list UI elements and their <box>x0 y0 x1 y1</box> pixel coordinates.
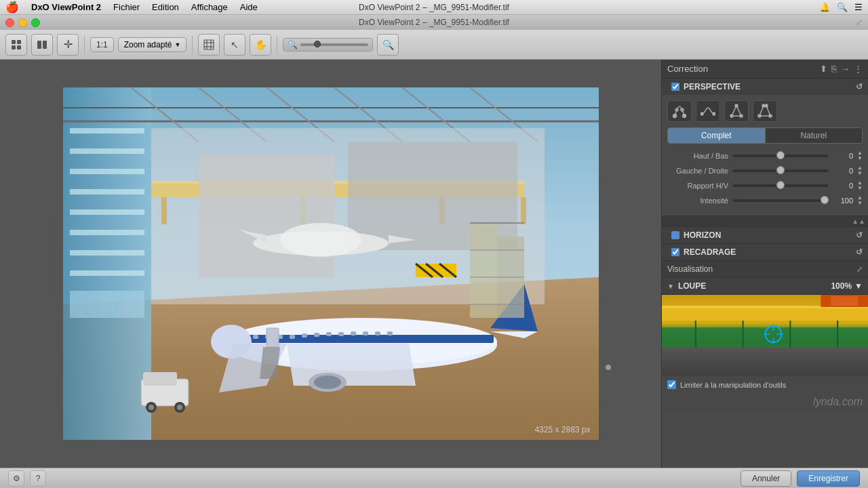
window-titlebar: DxO ViewPoint 2 – _MG_9951-Modifier.tif … <box>0 15 868 30</box>
svg-rect-3 <box>17 45 21 49</box>
menu-aide[interactable]: Aide <box>240 2 258 12</box>
toolbar-sep-1 <box>84 35 85 54</box>
svg-point-97 <box>758 115 761 117</box>
library-btn[interactable] <box>5 34 27 56</box>
minimize-button[interactable] <box>18 18 27 27</box>
maximize-button[interactable] <box>31 18 40 27</box>
horizon-header[interactable]: HORIZON ↺ <box>662 227 868 243</box>
svg-rect-76 <box>416 264 456 277</box>
select-btn[interactable]: ↖ <box>224 34 245 56</box>
zoom-slider-thumb[interactable] <box>314 41 321 47</box>
recadrage-section: RECADRAGE ↺ <box>662 244 868 261</box>
arrow-right-icon[interactable]: → <box>841 64 850 74</box>
gauche-droite-arrows[interactable]: ▲▼ <box>857 165 863 176</box>
help-button[interactable]: ? <box>30 470 46 487</box>
svg-point-53 <box>314 375 341 389</box>
haut-bas-arrows[interactable]: ▲▼ <box>857 150 863 161</box>
svg-point-41 <box>280 223 361 257</box>
photo-container: finncomm VP-BPN <box>63 87 599 440</box>
rapport-hv-value: 0 <box>833 182 853 190</box>
gauche-droite-thumb[interactable] <box>776 166 785 174</box>
rapport-hv-track[interactable] <box>732 184 829 187</box>
haut-bas-thumb[interactable] <box>776 151 785 159</box>
bottom-left-buttons: ⚙ ? <box>8 470 46 487</box>
gauche-droite-track[interactable] <box>732 169 829 172</box>
svg-point-91 <box>713 113 715 115</box>
settings-icon: ⚙ <box>13 474 20 483</box>
settings-button[interactable]: ⚙ <box>8 470 24 487</box>
svg-text:finncomm: finncomm <box>307 336 331 342</box>
copy-icon[interactable]: ⎘ <box>831 64 837 74</box>
perspective-tool-3[interactable] <box>724 100 749 122</box>
compare-btn[interactable] <box>31 34 53 56</box>
rapport-hv-thumb[interactable] <box>776 181 785 189</box>
scroll-indicator[interactable]: ▲▲ <box>662 216 868 227</box>
visualisation-title: Visualisation <box>667 264 713 274</box>
perspective-body: Complet Naturel Haut / Bas 0 ▲▼ Gauche /… <box>662 95 868 216</box>
app-name-menu[interactable]: DxO ViewPoint 2 <box>31 2 101 12</box>
menu-edition[interactable]: Edition <box>152 2 179 12</box>
mode-naturel[interactable]: Naturel <box>766 128 863 143</box>
loupe-pct-arrows[interactable]: ▼ <box>854 281 863 291</box>
canvas-area[interactable]: finncomm VP-BPN <box>0 60 661 468</box>
svg-point-98 <box>769 115 772 117</box>
svg-rect-1 <box>17 40 21 44</box>
limiter-checkbox[interactable] <box>667 380 676 389</box>
rapport-hv-arrows[interactable]: ▲▼ <box>857 180 863 191</box>
visualisation-icon[interactable]: ⤢ <box>856 265 863 274</box>
svg-point-100 <box>765 104 768 107</box>
perspective-reset-icon[interactable]: ↺ <box>856 82 863 92</box>
notification-icon[interactable]: 🔔 <box>819 2 830 12</box>
search-icon[interactable]: 🔍 <box>837 2 848 12</box>
horizon-reset-icon[interactable]: ↺ <box>856 230 863 240</box>
svg-point-94 <box>740 115 743 117</box>
close-button[interactable] <box>5 18 14 27</box>
export-icon[interactable]: ⬆ <box>820 64 827 74</box>
svg-rect-10 <box>204 40 214 49</box>
move-btn[interactable]: ✛ <box>57 34 79 56</box>
intensite-track[interactable] <box>732 199 829 202</box>
svg-point-95 <box>735 104 738 107</box>
svg-rect-14 <box>70 128 144 134</box>
svg-point-87 <box>683 115 686 118</box>
menu-fichier[interactable]: Fichier <box>113 2 140 12</box>
intensite-label: Intensité <box>667 197 728 205</box>
limiter-checkbox-row: Limiter à la manipulation d'outils <box>662 376 868 393</box>
mode-complet[interactable]: Complet <box>668 128 766 143</box>
pan-btn[interactable]: ✋ <box>250 34 271 56</box>
svg-rect-2 <box>12 45 16 49</box>
list-icon[interactable]: ☰ <box>854 2 863 12</box>
haut-bas-track[interactable] <box>732 155 829 157</box>
recadrage-checkbox[interactable] <box>671 248 679 256</box>
recadrage-header[interactable]: RECADRAGE ↺ <box>662 244 868 260</box>
perspective-tool-1[interactable] <box>667 100 692 122</box>
menubar-right-icons: 🔔 🔍 ☰ <box>819 2 863 12</box>
zoom-mode-dropdown[interactable]: Zoom adapté ▼ <box>118 37 187 52</box>
annuler-button[interactable]: Annuler <box>741 470 791 487</box>
perspective-tool-4[interactable] <box>753 100 777 122</box>
perspective-tools <box>667 100 863 122</box>
watermark-text: lynda.com <box>813 396 863 407</box>
recadrage-reset-icon[interactable]: ↺ <box>856 247 863 257</box>
apple-menu[interactable]: 🍎 <box>5 1 19 14</box>
zoom-ratio[interactable]: 1:1 <box>90 37 114 52</box>
more-icon[interactable]: ⋮ <box>854 64 863 74</box>
enregistrer-button[interactable]: Enregistrer <box>797 470 860 487</box>
grid-btn[interactable] <box>198 34 220 56</box>
window-title: DxO ViewPoint 2 – _MG_9951-Modifier.tif <box>359 18 509 27</box>
intensite-arrows[interactable]: ▲▼ <box>857 195 863 206</box>
menu-affichage[interactable]: Affichage <box>191 2 228 12</box>
bottom-right-buttons: Annuler Enregistrer <box>741 470 860 487</box>
perspective-checkbox[interactable] <box>671 83 679 91</box>
haut-bas-label: Haut / Bas <box>667 152 728 160</box>
perspective-header[interactable]: PERSPECTIVE ↺ <box>662 79 868 95</box>
zoom-slider[interactable] <box>300 43 368 46</box>
svg-point-90 <box>701 113 703 115</box>
loupe-toggle-icon[interactable]: ▼ <box>667 283 674 290</box>
intensite-thumb[interactable] <box>821 196 829 204</box>
zoom-minus-icon[interactable]: 🔍 <box>288 40 298 49</box>
perspective-modes: Complet Naturel <box>667 127 863 144</box>
zoom-search-btn[interactable]: 🔍 <box>377 34 399 56</box>
perspective-tool-2[interactable] <box>696 100 720 122</box>
perspective-label: PERSPECTIVE <box>684 82 741 92</box>
